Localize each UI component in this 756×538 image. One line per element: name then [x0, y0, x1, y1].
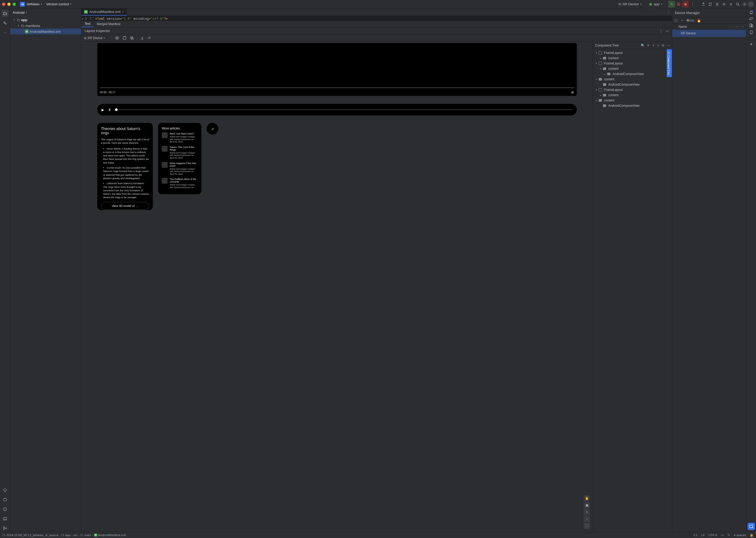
component-tree-row[interactable]: AndroidComposeView: [593, 82, 672, 87]
video-settings-icon[interactable]: ⚙: [571, 90, 574, 94]
collapse-all-icon[interactable]: ⤫: [657, 44, 660, 47]
component-tree-row[interactable]: ▾content: [593, 98, 672, 103]
account-avatar[interactable]: [748, 1, 754, 7]
app-quality-icon[interactable]: [727, 1, 734, 8]
run-config-selector[interactable]: ▣ app ▾: [647, 2, 668, 6]
article-item[interactable]: Saturn: The Lord of the RingsArticle and…: [162, 146, 198, 159]
dm-wifi-icon[interactable]: �ble: [686, 19, 694, 23]
lock-icon[interactable]: 🔒: [750, 533, 753, 537]
problems-icon[interactable]: [2, 506, 9, 512]
layers-button[interactable]: ▣: [584, 502, 590, 509]
tree-node-manifest-xml[interactable]: M AndroidManifest.xml: [10, 28, 81, 34]
project-panel-title[interactable]: Android: [13, 11, 25, 15]
panel-options-icon[interactable]: ⋮: [659, 29, 663, 33]
profiler-icon[interactable]: [721, 1, 727, 8]
article-item[interactable]: What Happens if the Sun Dies?Article and…: [162, 162, 198, 176]
device-manager-tool-icon[interactable]: [749, 23, 753, 27]
pan-button[interactable]: ✋: [584, 495, 590, 502]
notifications-icon[interactable]: [749, 10, 753, 14]
stop-button[interactable]: ◼: [682, 1, 689, 8]
visibility-icon[interactable]: 👁: [647, 44, 650, 47]
settings-icon[interactable]: [741, 1, 748, 8]
inspection-icon[interactable]: ✎: [727, 533, 730, 537]
project-tool-icon[interactable]: [2, 10, 9, 17]
side-tab-component-tree[interactable]: ◫Component Tree: [667, 49, 672, 77]
indent-config[interactable]: 4 spaces: [734, 533, 746, 537]
project-name[interactable]: JetNews: [27, 2, 40, 6]
component-tree-row[interactable]: ▾FrameLayout: [593, 50, 672, 56]
snapshot-icon[interactable]: [122, 36, 127, 40]
rerun-button[interactable]: ↻: [668, 1, 675, 8]
editor-tab[interactable]: M AndroidManifest.xml ×: [82, 9, 127, 16]
refresh-icon[interactable]: ⟳: [147, 36, 152, 40]
preview-video-player[interactable]: 00:00 · 00:17 ⚙: [97, 43, 577, 96]
caret-position[interactable]: 1:1: [693, 533, 698, 537]
more-actions-icon[interactable]: ⋮: [689, 1, 696, 8]
zoom-in-button[interactable]: +: [584, 509, 590, 515]
logcat-icon[interactable]: [2, 496, 9, 503]
component-tree-row[interactable]: ▾FrameLayout: [593, 87, 672, 92]
inspector-device-selector[interactable]: ⧉XR Device▾: [84, 36, 109, 40]
subtab-merged[interactable]: Merged Manifest: [93, 21, 123, 27]
zoom-out-button[interactable]: −: [584, 516, 590, 522]
component-tree-row[interactable]: ▾content: [593, 66, 672, 71]
minimize-icon[interactable]: —: [667, 44, 670, 47]
gradle-icon[interactable]: [749, 17, 754, 21]
device-selector[interactable]: ⧉ XR Device ▾: [617, 2, 647, 6]
close-tab-icon[interactable]: ×: [122, 10, 124, 14]
sync-icon[interactable]: [707, 1, 714, 8]
gems-icon[interactable]: [2, 487, 9, 494]
device-row[interactable]: XR Device: [672, 29, 746, 37]
editor-problems[interactable]: ✔5 ˄˅: [82, 17, 670, 21]
dm-filter-icon[interactable]: ◫: [674, 19, 677, 23]
article-item[interactable]: The Endless Allure of the UniverseArticl…: [162, 178, 198, 189]
audio-scrubber[interactable]: [115, 109, 572, 110]
tree-node-manifests[interactable]: ▾ 🗀 manifests: [10, 23, 81, 28]
view-3d-button[interactable]: View 3D model of …: [101, 202, 149, 210]
line-separator[interactable]: LF: [701, 533, 705, 537]
live-updates-icon[interactable]: [115, 36, 119, 40]
pause-icon[interactable]: ⏸: [108, 108, 111, 112]
component-tree-row[interactable]: ▸AndroidComposeView: [593, 71, 672, 77]
terminal-icon[interactable]: [2, 515, 9, 522]
settings-icon[interactable]: ⚙: [662, 44, 665, 47]
resource-manager-icon[interactable]: [2, 20, 9, 27]
zoom-fit-button[interactable]: ⛶: [584, 523, 590, 529]
preview-card-more-articles[interactable]: More articles Mars: Our Next Home?Articl…: [158, 123, 202, 194]
running-devices-tool-icon[interactable]: [749, 30, 753, 34]
component-tree-row[interactable]: ▾FrameLayout: [593, 61, 672, 66]
video-scrubber[interactable]: [100, 87, 574, 88]
play-icon[interactable]: ▶: [101, 108, 104, 112]
vcs-menu[interactable]: Version control: [46, 2, 69, 6]
vcs-tool-icon[interactable]: [2, 525, 9, 532]
component-tree-row[interactable]: AndroidComposeView: [593, 103, 672, 108]
update-icon[interactable]: [700, 1, 707, 8]
component-tree-row[interactable]: ▾content: [593, 77, 672, 82]
minimize-icon[interactable]: —: [665, 29, 669, 33]
search-icon[interactable]: 🔍: [641, 44, 645, 47]
gemini-button[interactable]: [747, 523, 755, 530]
dm-col-more[interactable]: ⋯: [735, 25, 738, 28]
search-icon[interactable]: [734, 1, 741, 8]
editor-tabs-more-icon[interactable]: ⋮: [665, 9, 672, 16]
debug-button[interactable]: 🐞: [675, 1, 682, 8]
tree-node-app[interactable]: ▾ 🗀 app: [10, 17, 81, 23]
component-tree-row[interactable]: ▸content: [593, 56, 672, 61]
readonly-icon[interactable]: ▭: [721, 533, 724, 537]
expand-all-icon[interactable]: ⇕: [652, 44, 655, 47]
preview-card-theories[interactable]: Theories about Saturn's rings The origin…: [97, 123, 153, 210]
dm-col-name[interactable]: Name: [678, 25, 687, 28]
breadcrumb[interactable]: 2024-12-05_RC11_jetnews_xr_source › app …: [3, 533, 126, 537]
export-icon[interactable]: [140, 36, 145, 40]
component-tree-row[interactable]: ▸content: [593, 92, 672, 98]
gemini-spark-icon[interactable]: [749, 42, 753, 46]
file-encoding[interactable]: UTF-8: [708, 533, 717, 537]
more-tools-icon[interactable]: ⋯: [2, 29, 9, 36]
dm-add-icon[interactable]: ＋: [680, 18, 683, 23]
running-devices-icon[interactable]: [714, 1, 721, 8]
window-controls[interactable]: [2, 3, 16, 6]
dm-col-more[interactable]: ⋯: [741, 25, 744, 28]
article-item[interactable]: Mars: Our Next Home?Article and images c…: [162, 133, 198, 143]
overlay-icon[interactable]: [130, 36, 134, 40]
dm-fire-icon[interactable]: 🔥: [697, 19, 701, 23]
